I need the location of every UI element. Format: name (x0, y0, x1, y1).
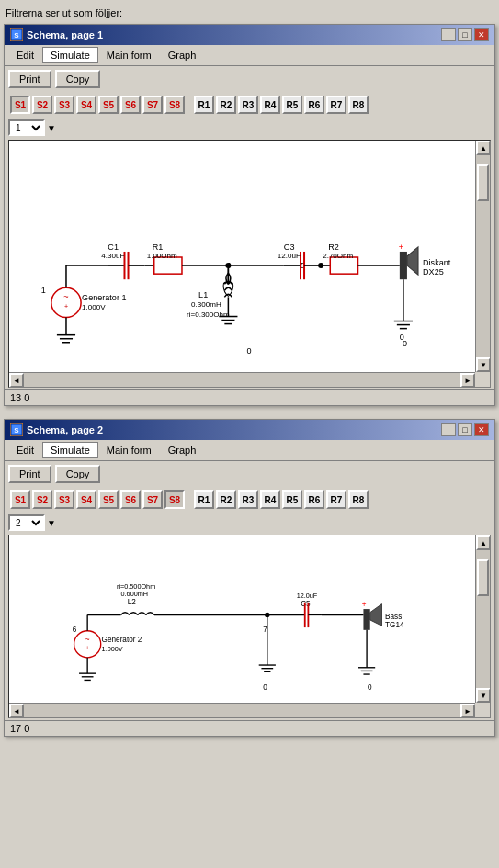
page-dropdown-1[interactable]: 1 2 (8, 119, 45, 136)
scroll-track-h-1[interactable] (24, 373, 460, 387)
switch-s3-1[interactable]: S3 (54, 96, 74, 114)
menu-mainform-2[interactable]: Main form (98, 442, 160, 458)
switch-r3-2[interactable]: R3 (238, 490, 258, 509)
scroll-right-2[interactable]: ► (460, 704, 475, 718)
svg-text:0.600mH: 0.600mH (121, 590, 148, 598)
title-buttons-2: _ □ ✕ (441, 423, 489, 436)
page-dropdown-2[interactable]: 1 2 (8, 514, 45, 531)
scroll-track-v-1[interactable] (476, 155, 490, 357)
toolbar-1: Print Copy (5, 66, 494, 92)
menu-graph-1[interactable]: Graph (160, 47, 205, 63)
menu-simulate-1[interactable]: Simulate (42, 47, 98, 63)
page-container: Filtrerna ser ut som följjer: S Schema, … (0, 0, 499, 753)
switch-r3-1[interactable]: R3 (238, 96, 258, 114)
svg-text:S: S (14, 426, 19, 434)
maximize-btn-2[interactable]: □ (458, 423, 472, 436)
svg-rect-52 (400, 252, 407, 279)
svg-text:1.00Ohm: 1.00Ohm (147, 252, 177, 260)
switch-s4-1[interactable]: S4 (76, 96, 96, 114)
schema-icon-1: S (10, 28, 23, 41)
close-btn-1[interactable]: ✕ (474, 28, 489, 41)
switch-r4-1[interactable]: R4 (260, 96, 280, 114)
scroll-left-1[interactable]: ◄ (9, 373, 24, 388)
close-btn-2[interactable]: ✕ (474, 423, 489, 436)
scrollbar-h-2[interactable]: ◄ ► (9, 703, 475, 717)
switch-s7-2[interactable]: S7 (142, 490, 163, 509)
menu-edit-2[interactable]: Edit (8, 442, 42, 458)
dropdown-row-2: 1 2 ▼ (5, 513, 494, 533)
switch-r7-1[interactable]: R7 (326, 96, 346, 114)
copy-btn-1[interactable]: Copy (55, 70, 101, 88)
switch-r8-1[interactable]: R8 (348, 96, 369, 114)
switch-r1-2[interactable]: R1 (194, 490, 214, 509)
switch-r6-1[interactable]: R6 (304, 96, 324, 114)
switch-s6-1[interactable]: S6 (120, 96, 141, 114)
title-buttons-1: _ □ ✕ (441, 28, 489, 41)
svg-text:+: + (399, 242, 403, 252)
switch-r8-2[interactable]: R8 (348, 490, 369, 509)
switch-r4-2[interactable]: R4 (260, 490, 280, 509)
switch-s7-1[interactable]: S7 (142, 96, 163, 114)
scrollbar-v-1[interactable]: ▲ ▼ (475, 141, 490, 372)
svg-text:R1: R1 (153, 242, 164, 252)
svg-text:0: 0 (400, 333, 404, 342)
switch-s1-2[interactable]: S1 (10, 490, 30, 509)
title-bar-left-1: S Schema, page 1 (10, 28, 103, 41)
scroll-track-v-2[interactable] (476, 550, 490, 688)
svg-text:12.0uF: 12.0uF (297, 592, 318, 600)
scroll-up-1[interactable]: ▲ (476, 141, 491, 155)
scrollbar-h-1[interactable]: ◄ ► (9, 372, 475, 387)
switch-s2-1[interactable]: S2 (32, 96, 52, 114)
print-btn-2[interactable]: Print (8, 465, 51, 483)
svg-text:2.70Ohm: 2.70Ohm (323, 252, 353, 260)
switch-r6-2[interactable]: R6 (304, 490, 324, 509)
svg-text:S: S (14, 31, 19, 39)
menu-edit-1[interactable]: Edit (8, 47, 42, 63)
status-bar-2: 17 0 (5, 720, 494, 736)
switch-s4-2[interactable]: S4 (76, 490, 96, 509)
svg-text:~: ~ (85, 636, 90, 644)
scrollbar-v-2[interactable]: ▲ ▼ (475, 535, 490, 703)
svg-text:Diskant: Diskant (423, 258, 451, 267)
switch-r1-1[interactable]: R1 (194, 96, 214, 114)
switch-r5-2[interactable]: R5 (282, 490, 302, 509)
svg-text:1: 1 (41, 286, 46, 295)
svg-text:Generator 1: Generator 1 (82, 293, 126, 302)
switch-r5-1[interactable]: R5 (282, 96, 302, 114)
print-btn-1[interactable]: Print (8, 70, 51, 88)
switch-s6-2[interactable]: S6 (120, 490, 141, 509)
switch-s2-2[interactable]: S2 (32, 490, 52, 509)
svg-text:12.0uF: 12.0uF (278, 252, 301, 260)
title-bar-1: S Schema, page 1 _ □ ✕ (5, 25, 494, 45)
scroll-track-h-2[interactable] (24, 704, 460, 717)
switch-s5-1[interactable]: S5 (98, 96, 119, 114)
menu-mainform-1[interactable]: Main form (98, 47, 160, 63)
copy-btn-2[interactable]: Copy (55, 465, 101, 483)
maximize-btn-1[interactable]: □ (458, 28, 472, 41)
svg-text:4.30uF: 4.30uF (101, 252, 124, 260)
menu-graph-2[interactable]: Graph (160, 442, 205, 458)
svg-text:0: 0 (247, 346, 252, 355)
switch-s3-2[interactable]: S3 (54, 490, 74, 509)
switch-s1-1[interactable]: S1 (10, 96, 30, 114)
minimize-btn-1[interactable]: _ (441, 28, 456, 41)
window-2: S Schema, page 2 _ □ ✕ Edit Simulate Mai… (4, 419, 495, 737)
switch-s5-2[interactable]: S5 (98, 490, 119, 509)
svg-text:Generator 2: Generator 2 (102, 636, 142, 644)
switch-r2-2[interactable]: R2 (216, 490, 236, 509)
scroll-up-2[interactable]: ▲ (476, 535, 491, 550)
svg-text:Bass: Bass (385, 613, 402, 621)
scroll-left-2[interactable]: ◄ (9, 704, 24, 718)
switch-r2-1[interactable]: R2 (216, 96, 236, 114)
scroll-down-2[interactable]: ▼ (476, 688, 491, 703)
svg-text:TG14: TG14 (385, 621, 404, 629)
switch-s8-2[interactable]: S8 (164, 490, 185, 509)
scroll-right-1[interactable]: ► (460, 373, 475, 388)
switch-r7-2[interactable]: R7 (326, 490, 346, 509)
svg-text:~: ~ (63, 292, 68, 301)
scroll-down-1[interactable]: ▼ (476, 357, 491, 372)
svg-text:ri=0.500Ohm: ri=0.500Ohm (117, 582, 155, 591)
switch-s8-1[interactable]: S8 (164, 96, 185, 114)
minimize-btn-2[interactable]: _ (441, 423, 456, 436)
menu-simulate-2[interactable]: Simulate (42, 442, 98, 458)
